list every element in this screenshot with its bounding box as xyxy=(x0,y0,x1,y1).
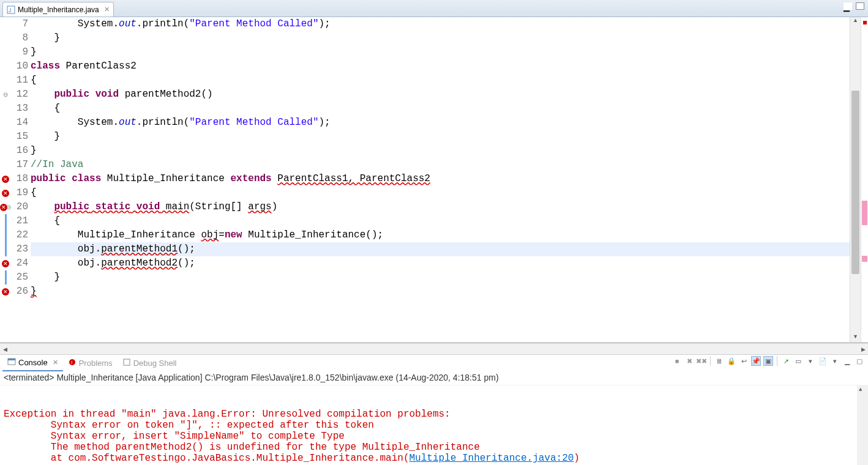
code-line[interactable]: obj.parentMethod2(); xyxy=(31,256,850,270)
line-number: 9 xyxy=(11,45,28,59)
console-drop-down-icon[interactable]: ▾ xyxy=(806,356,815,366)
gutter-cell[interactable] xyxy=(0,102,11,116)
close-console-icon[interactable]: ✕ xyxy=(53,359,58,366)
problems-tab[interactable]: ! Problems xyxy=(63,355,118,371)
error-icon: ✕ xyxy=(2,176,9,183)
error-icon: ✕ xyxy=(2,190,9,197)
fold-icon[interactable]: ⊖ xyxy=(3,91,8,98)
remove-all-button[interactable]: ✖✖ xyxy=(697,356,706,366)
code-line[interactable]: } xyxy=(31,31,850,45)
change-bar xyxy=(5,242,7,256)
gutter-cell[interactable] xyxy=(0,228,11,242)
close-tab-icon[interactable]: ✕ xyxy=(104,6,110,13)
show-console-button[interactable]: ▣ xyxy=(763,356,773,366)
gutter-cell[interactable] xyxy=(0,17,11,31)
line-number: 14 xyxy=(11,116,28,130)
debug-shell-tab[interactable]: Debug Shell xyxy=(118,355,182,371)
gutter-cell[interactable] xyxy=(0,144,11,158)
open-console-button[interactable]: ➚ xyxy=(781,356,791,366)
gutter-cell[interactable] xyxy=(0,242,11,256)
code-line[interactable]: //In Java xyxy=(31,158,850,172)
overview-ruler[interactable] xyxy=(861,17,868,342)
code-line[interactable]: obj.parentMethod1(); xyxy=(31,242,850,256)
code-line[interactable]: } xyxy=(31,130,850,144)
remove-launch-button[interactable]: ✖ xyxy=(684,356,694,366)
console-tab-label: Console xyxy=(18,358,48,367)
fold-icon[interactable]: ⊖ xyxy=(6,204,11,210)
gutter-cell[interactable]: ✕ xyxy=(0,256,11,270)
gutter-cell[interactable] xyxy=(0,158,11,172)
scroll-up-arrow-icon[interactable]: ▲ xyxy=(851,17,859,26)
line-number: 8 xyxy=(11,31,28,45)
display-selected-button[interactable]: ▭ xyxy=(793,356,803,366)
scroll-lock-button[interactable]: 🔒 xyxy=(727,356,736,366)
line-number: 17 xyxy=(11,158,28,172)
code-line[interactable]: public static void main(String[] args) xyxy=(31,200,850,214)
scroll-down-arrow-icon[interactable]: ▼ xyxy=(851,333,859,342)
code-line[interactable]: } xyxy=(31,270,850,285)
code-line[interactable]: { xyxy=(31,102,850,116)
gutter-cell[interactable] xyxy=(0,45,11,59)
gutter-cell[interactable] xyxy=(0,59,11,73)
code-line[interactable]: System.out.println("Parent Method Called… xyxy=(31,17,850,31)
maximize-bottom-button[interactable]: ▢ xyxy=(855,356,864,366)
maximize-view-button[interactable] xyxy=(856,2,864,10)
terminate-button[interactable]: ■ xyxy=(672,356,682,366)
pin-console-button[interactable]: 📌 xyxy=(751,356,761,366)
word-wrap-button[interactable]: ↩ xyxy=(739,356,749,366)
gutter-cell[interactable]: ✕ xyxy=(0,172,11,186)
change-bar xyxy=(5,228,7,242)
gutter-cell[interactable]: ✕⊖ xyxy=(0,200,11,214)
scrollbar-thumb[interactable] xyxy=(851,91,859,274)
svg-text:J: J xyxy=(9,7,12,13)
console-vertical-scrollbar[interactable]: ▲ xyxy=(857,385,868,465)
gutter-cell[interactable] xyxy=(0,130,11,144)
error-icon: ✕ xyxy=(2,260,9,267)
new-console-drop-down-icon[interactable]: ▾ xyxy=(830,356,840,366)
code-line[interactable]: Multiple_Inheritance obj=new Multiple_In… xyxy=(31,228,850,242)
line-number: 7 xyxy=(11,17,28,31)
vertical-scrollbar[interactable]: ▲ ▼ xyxy=(850,17,861,342)
gutter-cell[interactable] xyxy=(0,73,11,87)
code-area[interactable]: System.out.println("Parent Method Called… xyxy=(31,17,850,342)
new-console-button[interactable]: 📄 xyxy=(818,356,828,366)
gutter-column: ⊖✕✕✕⊖✕✕ xyxy=(0,17,11,342)
code-editor[interactable]: ⊖✕✕✕⊖✕✕ 78910111213141516171819202122232… xyxy=(0,17,868,343)
code-line[interactable]: } xyxy=(31,144,850,158)
overview-error-mark[interactable] xyxy=(863,21,867,24)
overview-change-mark[interactable] xyxy=(862,201,867,225)
console-output[interactable]: ▲ Exception in thread "main" java.lang.E… xyxy=(0,385,868,465)
stack-trace-link[interactable]: Multiple_Inheritance.java:20 xyxy=(410,453,574,464)
gutter-cell[interactable]: ⊖ xyxy=(0,87,11,102)
svg-rect-6 xyxy=(124,359,130,365)
minimize-view-button[interactable]: ▁ xyxy=(844,2,852,10)
code-line[interactable]: } xyxy=(31,285,850,299)
gutter-cell[interactable] xyxy=(0,270,11,285)
gutter-cell[interactable] xyxy=(0,214,11,228)
minimize-bottom-button[interactable]: ▁ xyxy=(842,356,852,366)
gutter-cell[interactable] xyxy=(0,116,11,130)
gutter-cell[interactable]: ✕ xyxy=(0,285,11,299)
code-line[interactable]: public class Multiple_Inheritance extend… xyxy=(31,172,850,186)
code-line[interactable]: { xyxy=(31,186,850,200)
console-tab[interactable]: Console ✕ xyxy=(2,355,63,371)
code-line[interactable]: System.out.println("Parent Method Called… xyxy=(31,116,850,130)
horizontal-scrollbar[interactable]: ◀ ▶ xyxy=(0,343,868,354)
scroll-left-arrow-icon[interactable]: ◀ xyxy=(0,346,10,352)
code-line[interactable]: } xyxy=(31,45,850,59)
code-line[interactable]: class ParentClass2 xyxy=(31,59,850,73)
code-line[interactable]: public void parentMethod2() xyxy=(31,87,850,102)
clear-console-button[interactable]: 🗎 xyxy=(714,356,724,366)
line-number: 26 xyxy=(11,285,28,299)
line-number: 21 xyxy=(11,214,28,228)
scroll-right-arrow-icon[interactable]: ▶ xyxy=(858,346,868,352)
editor-tab[interactable]: J Multiple_Inheritance.java ✕ xyxy=(2,2,114,17)
code-line[interactable]: { xyxy=(31,73,850,87)
gutter-cell[interactable]: ✕ xyxy=(0,186,11,200)
line-number: 25 xyxy=(11,270,28,285)
line-number: 15 xyxy=(11,130,28,144)
console-toolbar: ■ ✖ ✖✖ 🗎 🔒 ↩ 📌 ▣ ➚ ▭ ▾ 📄 ▾ ▁ ▢ xyxy=(672,356,864,366)
overview-change-mark[interactable] xyxy=(862,256,867,262)
code-line[interactable]: { xyxy=(31,214,850,228)
gutter-cell[interactable] xyxy=(0,31,11,45)
